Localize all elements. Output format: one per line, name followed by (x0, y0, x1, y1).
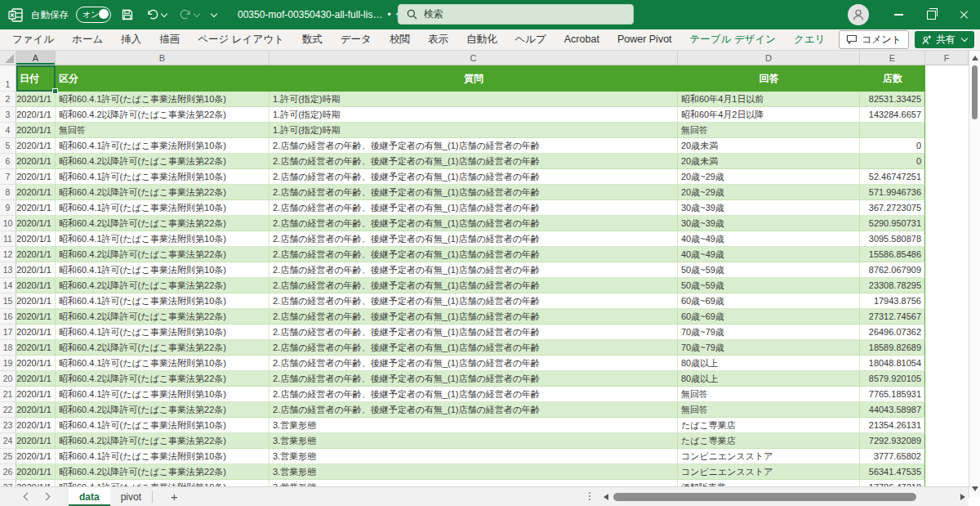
cell-E7[interactable]: 52.46747251 (860, 169, 925, 185)
restore-button[interactable] (915, 0, 947, 29)
cell-E14[interactable]: 23308.78295 (860, 278, 925, 293)
scroll-right-icon[interactable] (960, 494, 965, 500)
cell-E23[interactable]: 21354.26131 (860, 418, 925, 433)
cell-E19[interactable]: 18048.81054 (860, 356, 925, 371)
column-header-C[interactable]: C (270, 51, 678, 65)
cell-B20[interactable]: 昭和60.4.2以降許可(たばこ事業法第22条) (56, 371, 270, 387)
cell-C21[interactable]: 2.店舗の経営者の年齢、後継予定者の有無_(1)店舗の経営者の年齢 (270, 387, 678, 402)
cell-A25[interactable]: 2020/1/1 (16, 449, 56, 464)
vertical-scrollbar[interactable] (969, 51, 980, 498)
cell-F22[interactable] (925, 402, 969, 418)
cell-A4[interactable]: 2020/1/1 (16, 123, 56, 138)
cell-B9[interactable]: 昭和60.4.1許可(たばこ事業法附則第10条) (56, 200, 270, 216)
cell-E10[interactable]: 5290.950731 (860, 216, 925, 231)
cell-B21[interactable]: 昭和60.4.1許可(たばこ事業法附則第10条) (56, 387, 270, 402)
row-header-14[interactable]: 14 (0, 278, 16, 293)
cell-C7[interactable]: 2.店舗の経営者の年齢、後継予定者の有無_(1)店舗の経営者の年齢 (270, 169, 678, 185)
cell-A26[interactable]: 2020/1/1 (16, 464, 56, 480)
column-header-D[interactable]: D (678, 51, 860, 65)
sheet-tab-pivot[interactable]: pivot (110, 487, 152, 506)
header-cell-D1[interactable]: 回答 (678, 65, 860, 92)
cell-A16[interactable]: 2020/1/1 (16, 309, 56, 325)
header-cell-E1[interactable]: 店数 (860, 65, 925, 92)
cell-D22[interactable]: 無回答 (678, 402, 860, 418)
cell-B4[interactable]: 無回答 (56, 123, 270, 138)
cell-B14[interactable]: 昭和60.4.2以降許可(たばこ事業法第22条) (56, 278, 270, 293)
cell-F9[interactable] (925, 200, 969, 216)
cell-A24[interactable]: 2020/1/1 (16, 433, 56, 449)
cell-F25[interactable] (925, 449, 969, 464)
cell-F21[interactable] (925, 387, 969, 402)
cell-F4[interactable] (925, 123, 969, 138)
scrollbar-resize-grip[interactable] (589, 492, 590, 500)
cell-F27[interactable] (925, 480, 969, 486)
row-header-1[interactable]: 1 (0, 65, 16, 92)
cell-E11[interactable]: 3095.580878 (860, 231, 925, 247)
row-header-11[interactable]: 11 (0, 231, 16, 247)
cell-F10[interactable] (925, 216, 969, 231)
cell-D12[interactable]: 40歳~49歳 (678, 247, 860, 262)
cell-A6[interactable]: 2020/1/1 (16, 154, 56, 169)
cell-C26[interactable]: 3.営業形態 (270, 464, 678, 480)
cell-A8[interactable]: 2020/1/1 (16, 185, 56, 200)
cell-A12[interactable]: 2020/1/1 (16, 247, 56, 262)
cell-B10[interactable]: 昭和60.4.2以降許可(たばこ事業法第22条) (56, 216, 270, 231)
cell-F24[interactable] (925, 433, 969, 449)
cell-B6[interactable]: 昭和60.4.2以降許可(たばこ事業法第22条) (56, 154, 270, 169)
column-header-B[interactable]: B (56, 51, 270, 65)
cell-A27[interactable]: 2020/1/1 (16, 480, 56, 486)
cell-B2[interactable]: 昭和60.4.1許可(たばこ事業法附則第10条) (56, 92, 270, 107)
cell-A3[interactable]: 2020/1/1 (16, 107, 56, 123)
ribbon-tab-automate[interactable]: 自動化 (457, 29, 506, 50)
minimize-button[interactable] (882, 0, 915, 29)
cell-E12[interactable]: 15586.85486 (860, 247, 925, 262)
row-header-9[interactable]: 9 (0, 200, 16, 216)
cell-B3[interactable]: 昭和60.4.2以降許可(たばこ事業法第22条) (56, 107, 270, 123)
row-header-27[interactable]: 27 (0, 480, 16, 486)
cell-E6[interactable]: 0 (860, 154, 925, 169)
row-header-25[interactable]: 25 (0, 449, 16, 464)
cell-E2[interactable]: 82531.33425 (860, 92, 925, 107)
cell-D6[interactable]: 20歳未満 (678, 154, 860, 169)
ribbon-tab-view[interactable]: 表示 (419, 29, 457, 50)
scroll-up-icon[interactable] (972, 56, 978, 60)
cell-D13[interactable]: 50歳~59歳 (678, 262, 860, 278)
row-header-12[interactable]: 12 (0, 247, 16, 262)
cell-E3[interactable]: 143284.6657 (860, 107, 925, 123)
cell-A19[interactable]: 2020/1/1 (16, 356, 56, 371)
close-button[interactable] (947, 0, 980, 29)
sheet-nav-prev-icon[interactable] (24, 493, 32, 501)
ribbon-tab-query[interactable]: クエリ (785, 29, 834, 50)
row-header-22[interactable]: 22 (0, 402, 16, 418)
cell-C16[interactable]: 2.店舗の経営者の年齢、後継予定者の有無_(1)店舗の経営者の年齢 (270, 309, 678, 325)
document-title[interactable]: 00350-mof-00350430-all-full-lis… (238, 9, 382, 20)
cell-F26[interactable] (925, 464, 969, 480)
cell-C19[interactable]: 2.店舗の経営者の年齢、後継予定者の有無_(1)店舗の経営者の年齢 (270, 356, 678, 371)
cell-F18[interactable] (925, 340, 969, 356)
search-input[interactable]: 検索 (398, 4, 634, 25)
cell-B5[interactable]: 昭和60.4.1許可(たばこ事業法附則第10条) (56, 138, 270, 154)
cell-B16[interactable]: 昭和60.4.2以降許可(たばこ事業法第22条) (56, 309, 270, 325)
comments-button[interactable]: コメント (839, 30, 909, 49)
cell-E17[interactable]: 26496.07362 (860, 325, 925, 340)
column-header-F[interactable]: F (925, 51, 969, 65)
cell-A22[interactable]: 2020/1/1 (16, 402, 56, 418)
header-cell-F1[interactable] (925, 65, 969, 92)
cell-F14[interactable] (925, 278, 969, 293)
cell-B27[interactable]: 昭和60.4.1許可(たばこ事業法附則第10条) (56, 480, 270, 486)
column-header-A[interactable]: A (16, 51, 56, 65)
row-header-8[interactable]: 8 (0, 185, 16, 200)
cell-B8[interactable]: 昭和60.4.2以降許可(たばこ事業法第22条) (56, 185, 270, 200)
cell-A21[interactable]: 2020/1/1 (16, 387, 56, 402)
header-cell-C1[interactable]: 質問 (270, 65, 678, 92)
scroll-down-icon[interactable] (972, 486, 978, 491)
quick-access-more-button[interactable] (209, 4, 219, 25)
cell-C3[interactable]: 1.許可(指定)時期 (270, 107, 678, 123)
cell-B11[interactable]: 昭和60.4.1許可(たばこ事業法附則第10条) (56, 231, 270, 247)
fill-handle[interactable] (52, 88, 58, 94)
cell-F12[interactable] (925, 247, 969, 262)
ribbon-tab-formulas[interactable]: 数式 (293, 29, 332, 50)
row-header-2[interactable]: 2 (0, 92, 16, 107)
row-header-21[interactable]: 21 (0, 387, 16, 402)
cell-A18[interactable]: 2020/1/1 (16, 340, 56, 356)
